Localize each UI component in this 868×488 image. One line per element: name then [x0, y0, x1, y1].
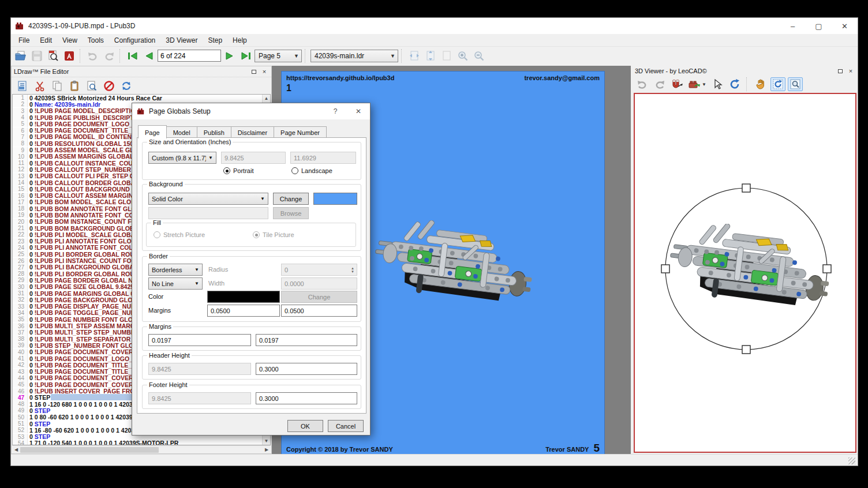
ok-button[interactable]: OK [287, 420, 323, 432]
assembly-image[interactable] [372, 220, 540, 320]
page-width-field[interactable]: 9.8425 [221, 152, 286, 164]
scroll-left-icon[interactable]: ◀ [12, 446, 20, 453]
first-page-button[interactable] [125, 48, 140, 63]
border-line-combo[interactable]: No Line ▼ [148, 277, 203, 290]
print-preview-button[interactable] [46, 48, 61, 63]
page-header-email[interactable]: trevor.sandy@gmail.com [524, 74, 600, 81]
paste-button[interactable] [67, 78, 81, 93]
tile-picture-radio[interactable]: Tile Picture [253, 231, 294, 238]
viewer-model-image[interactable] [667, 224, 837, 324]
minimize-button[interactable]: – [780, 18, 806, 34]
landscape-radio[interactable]: Landscape [291, 167, 332, 174]
close-button[interactable]: ✕ [832, 18, 858, 34]
menu-item-tools[interactable]: Tools [83, 35, 109, 46]
footer-height-field[interactable]: 0.3000 [256, 392, 357, 404]
rotate-view-button[interactable] [770, 77, 785, 91]
zoom-out-button[interactable] [472, 48, 487, 63]
page-footer-author[interactable]: Trevor SANDY [545, 446, 589, 453]
background-picture-field[interactable] [148, 207, 268, 219]
border-margin-x-field[interactable]: 0.0500 [207, 305, 280, 317]
scroll-up-icon[interactable]: ▲ [264, 95, 269, 102]
pan-tool-button[interactable] [753, 77, 768, 91]
page-size-combo[interactable]: Custom (9.8 x 11.7) ▼ [148, 152, 216, 164]
dialog-close-button[interactable]: ✕ [347, 103, 370, 119]
scroll-right-icon[interactable]: ▶ [263, 446, 271, 453]
cut-button[interactable] [32, 78, 47, 93]
margin-x-field[interactable]: 0.0197 [148, 334, 251, 346]
page-number[interactable]: 5 [593, 444, 600, 453]
menu-item-step[interactable]: Step [203, 35, 227, 46]
fit-width-button[interactable] [407, 48, 422, 63]
page-counter-input[interactable] [158, 50, 221, 62]
update-mpd-button[interactable] [15, 78, 29, 93]
border-type-combo[interactable]: Borderless ▼ [148, 264, 203, 276]
browse-button[interactable]: Browse [273, 207, 309, 219]
menu-item-edit[interactable]: Edit [35, 35, 57, 46]
margin-y-field[interactable]: 0.0197 [256, 334, 357, 346]
model-select-combo[interactable]: 42039s-main.ldr ▼ [310, 50, 398, 62]
header-width-field[interactable]: 9.8425 [148, 363, 251, 375]
float-panel-button[interactable] [249, 67, 259, 76]
resize-grip-icon[interactable] [848, 457, 855, 464]
scrollbar-thumb[interactable] [20, 447, 159, 453]
piece-insert-button[interactable]: ▼ [687, 77, 708, 91]
next-page-button[interactable] [222, 48, 237, 63]
header-height-field[interactable]: 0.3000 [256, 363, 357, 375]
last-page-button[interactable] [238, 48, 253, 63]
maximize-button[interactable]: ▢ [806, 18, 832, 34]
float-panel-button[interactable] [836, 67, 845, 75]
menu-item-help[interactable]: Help [227, 35, 252, 46]
redo-button[interactable] [102, 48, 117, 63]
dialog-help-button[interactable]: ? [324, 103, 347, 119]
footer-width-field[interactable]: 9.8425 [148, 392, 251, 404]
page-select-combo[interactable]: Page 5 ▼ [255, 50, 302, 62]
editor-horizontal-scrollbar[interactable]: ◀ ▶ [12, 445, 271, 453]
refresh-button[interactable] [119, 78, 133, 93]
radius-spinner[interactable]: ▲▼ [348, 264, 357, 276]
select-tool-button[interactable] [710, 77, 725, 91]
radius-field[interactable]: 0 [281, 264, 357, 276]
viewer-undo-button[interactable] [635, 77, 650, 91]
rotate-step-button[interactable] [669, 77, 684, 91]
cancel-edit-button[interactable] [102, 78, 116, 93]
export-pdf-button[interactable] [62, 48, 77, 63]
cancel-button[interactable]: Cancel [328, 420, 364, 432]
menu-item-3d-viewer[interactable]: 3D Viewer [160, 35, 203, 46]
save-file-button[interactable] [29, 48, 44, 63]
page-height-field[interactable]: 11.6929 [290, 152, 356, 164]
find-button[interactable] [84, 78, 99, 93]
background-change-button[interactable]: Change [273, 193, 309, 205]
menu-item-view[interactable]: View [57, 35, 83, 46]
actual-size-button[interactable] [439, 48, 454, 63]
rotate-tool-button[interactable] [727, 77, 742, 91]
editor-line[interactable]: 10 42039S SBrick Motorized 24 Hours Race… [13, 95, 262, 101]
fit-visible-button[interactable] [423, 48, 438, 63]
menu-item-configuration[interactable]: Configuration [109, 35, 160, 46]
scroll-down-icon[interactable]: ▼ [264, 437, 269, 445]
open-file-button[interactable] [13, 48, 28, 63]
stretch-picture-radio[interactable]: Stretch Picture [154, 231, 205, 238]
page-footer-copyright[interactable]: Copyright © 2018 by Trevor SANDY [286, 446, 393, 453]
border-margin-y-field[interactable]: 0.0500 [281, 305, 357, 317]
menu-item-file[interactable]: File [13, 35, 35, 46]
border-color-swatch[interactable] [207, 291, 280, 303]
copy-button[interactable] [50, 78, 64, 93]
border-width-field[interactable]: 0.0000 [281, 277, 357, 290]
editor-line[interactable]: 541 71 0 -120 540 1 0 0 0 1 0 0 0 1 4203… [13, 440, 262, 445]
border-change-button[interactable]: Change [281, 291, 357, 303]
undo-button[interactable] [85, 48, 100, 63]
close-panel-button[interactable]: × [846, 67, 855, 75]
tab-page[interactable]: Page [138, 125, 167, 138]
portrait-radio[interactable]: Portrait [223, 167, 253, 174]
previous-page-button[interactable] [141, 48, 156, 63]
page-header-url[interactable]: https://trevorsandy.github.io/lpub3d [286, 74, 394, 81]
background-type-combo[interactable]: Solid Color ▼ [148, 193, 268, 205]
background-color-swatch[interactable] [313, 193, 357, 205]
zoom-region-button[interactable] [788, 77, 803, 91]
page-footer: Copyright © 2018 by Trevor SANDY Trevor … [282, 444, 604, 453]
step-number[interactable]: 1 [286, 83, 291, 93]
zoom-in-button[interactable] [455, 48, 470, 63]
close-panel-button[interactable]: × [260, 67, 269, 76]
3d-viewport[interactable] [634, 93, 856, 453]
viewer-redo-button[interactable] [652, 77, 667, 91]
